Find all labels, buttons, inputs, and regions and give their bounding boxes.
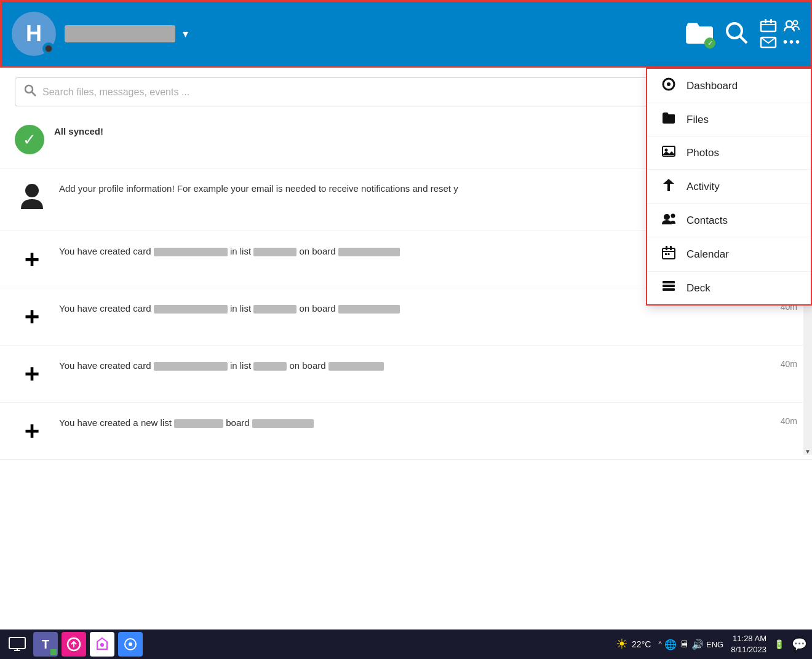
network2-icon: 🖥 bbox=[679, 639, 689, 650]
person-icon bbox=[15, 182, 49, 217]
svg-line-26 bbox=[32, 92, 36, 96]
volume-icon: 🔊 bbox=[691, 639, 704, 650]
svg-rect-28 bbox=[9, 637, 25, 649]
svg-point-27 bbox=[25, 184, 39, 197]
taskbar-left: T bbox=[5, 632, 143, 657]
search-bar-icon bbox=[24, 84, 36, 100]
taskbar-monitor-button[interactable] bbox=[5, 632, 30, 657]
svg-rect-4 bbox=[765, 19, 766, 23]
system-tray: ^ 🌐 🖥 🔊 ENG bbox=[658, 639, 723, 650]
svg-marker-13 bbox=[663, 179, 674, 191]
weather-widget: ☀ 22°C bbox=[616, 636, 651, 652]
search-placeholder: Search files, messages, events ... bbox=[42, 87, 189, 98]
weather-temp: 22°C bbox=[632, 639, 651, 649]
sync-check-badge: ✓ bbox=[704, 37, 715, 49]
dropdown-arrow-icon[interactable]: ▾ bbox=[183, 27, 188, 41]
svg-rect-22 bbox=[663, 281, 675, 283]
files-menu-icon bbox=[661, 112, 677, 127]
svg-rect-5 bbox=[770, 19, 772, 23]
header-icons: ✓ bbox=[686, 19, 800, 49]
taskbar-battery-icon: 🔋 bbox=[774, 639, 784, 649]
svg-point-6 bbox=[786, 21, 792, 27]
svg-rect-18 bbox=[666, 246, 667, 250]
language-label: ENG bbox=[706, 640, 723, 649]
menu-item-deck[interactable]: Deck bbox=[647, 272, 811, 304]
svg-rect-2 bbox=[761, 22, 776, 31]
taskbar-chat-button[interactable]: 💬 bbox=[792, 637, 807, 652]
svg-point-15 bbox=[671, 214, 675, 218]
plus-icon: + bbox=[15, 416, 49, 446]
svg-point-33 bbox=[100, 643, 104, 647]
plus-icon: + bbox=[15, 245, 49, 274]
search-icon bbox=[724, 20, 749, 45]
username-bar bbox=[65, 25, 175, 42]
dropdown-menu: Dashboard Files Photos Activity Contacts… bbox=[646, 68, 812, 306]
svg-point-12 bbox=[665, 149, 668, 152]
files-button[interactable]: ✓ bbox=[686, 22, 713, 46]
contacts-menu-icon bbox=[661, 213, 677, 228]
svg-point-10 bbox=[667, 82, 671, 86]
plus-icon: + bbox=[15, 302, 49, 331]
menu-item-files[interactable]: Files bbox=[647, 103, 811, 136]
taskbar-right: ☀ 22°C ^ 🌐 🖥 🔊 ENG 11:28 AM 8/11/2023 🔋 … bbox=[616, 633, 807, 655]
contacts-small-icon bbox=[783, 19, 800, 33]
list-item: + You have created card in list on board… bbox=[0, 345, 812, 403]
avatar[interactable]: H bbox=[12, 12, 56, 56]
sun-icon: ☀ bbox=[616, 636, 628, 652]
svg-rect-24 bbox=[663, 288, 675, 291]
menu-item-activity[interactable]: Activity bbox=[647, 170, 811, 204]
activity-time: 40m bbox=[781, 359, 797, 369]
avatar-badge bbox=[42, 42, 55, 55]
dashboard-icon bbox=[661, 77, 677, 94]
svg-point-35 bbox=[129, 642, 132, 646]
menu-item-calendar[interactable]: Calendar bbox=[647, 237, 811, 272]
svg-point-0 bbox=[727, 23, 742, 38]
taskbar-teams-button[interactable]: T bbox=[33, 632, 58, 657]
plus-icon: + bbox=[15, 359, 49, 389]
photos-menu-icon bbox=[661, 145, 677, 160]
activity-time: 40m bbox=[781, 416, 797, 426]
svg-rect-21 bbox=[668, 253, 670, 255]
svg-rect-20 bbox=[665, 253, 667, 255]
taskbar-paint-button[interactable] bbox=[90, 632, 114, 657]
svg-rect-19 bbox=[670, 246, 672, 250]
taskbar-app-button[interactable] bbox=[118, 632, 143, 657]
more-options-button[interactable]: • • • bbox=[760, 19, 800, 49]
menu-item-photos[interactable]: Photos bbox=[647, 136, 811, 170]
svg-point-14 bbox=[664, 214, 670, 220]
header: H ▾ ✓ bbox=[0, 0, 812, 68]
deck-menu-icon bbox=[661, 280, 677, 296]
activity-menu-icon bbox=[661, 178, 677, 195]
svg-point-7 bbox=[794, 20, 798, 25]
taskbar-insync-button[interactable] bbox=[62, 632, 86, 657]
menu-item-dashboard[interactable]: Dashboard bbox=[647, 69, 811, 103]
list-item: + You have created a new list board 40m bbox=[0, 403, 812, 460]
svg-line-1 bbox=[740, 36, 747, 43]
taskbar: T ☀ 22°C ^ 🌐 🖥 🔊 ENG 11:28 AM 8/11/2023 bbox=[0, 629, 812, 659]
network-icon: 🌐 bbox=[664, 639, 677, 650]
chevron-up-icon[interactable]: ^ bbox=[658, 640, 662, 649]
scroll-down-button[interactable]: ▼ bbox=[805, 448, 811, 455]
menu-item-contacts[interactable]: Contacts bbox=[647, 204, 811, 237]
calendar-small-icon bbox=[760, 19, 777, 33]
mail-small-icon bbox=[760, 35, 777, 49]
clock: 11:28 AM 8/11/2023 bbox=[731, 633, 766, 655]
search-button[interactable] bbox=[724, 20, 749, 47]
svg-rect-23 bbox=[663, 285, 675, 287]
calendar-menu-icon bbox=[661, 246, 677, 262]
synced-check-icon: ✓ bbox=[15, 125, 44, 154]
svg-point-25 bbox=[25, 85, 33, 93]
